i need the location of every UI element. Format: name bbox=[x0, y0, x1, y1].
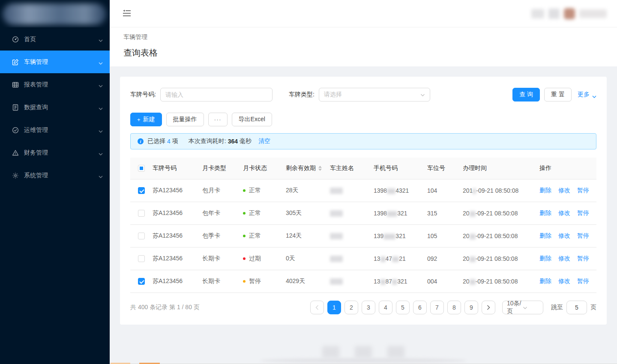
sidebar-item-finance-management[interactable]: 财务管理 bbox=[0, 141, 110, 164]
page-button-5[interactable]: 5 bbox=[396, 301, 410, 314]
page-button-8[interactable]: 8 bbox=[447, 301, 461, 314]
sidebar-item-report-management[interactable]: 报表管理 bbox=[0, 73, 110, 96]
status-dot bbox=[243, 235, 246, 237]
menu-fold-icon[interactable] bbox=[123, 9, 131, 18]
page-button-6[interactable]: 6 bbox=[413, 301, 427, 314]
edit-link[interactable]: 修改 bbox=[558, 255, 570, 262]
table-row: 苏A123456 包季卡 正常 124天 139321 105 20-09-21… bbox=[130, 225, 596, 248]
cell-owner bbox=[326, 202, 370, 225]
col-owner-name[interactable]: 车主姓名 bbox=[326, 158, 370, 179]
plate-number-input[interactable] bbox=[160, 88, 273, 101]
edit-link[interactable]: 修改 bbox=[558, 277, 570, 284]
status-dot bbox=[243, 257, 246, 260]
page-button-9[interactable]: 9 bbox=[464, 301, 478, 314]
col-plate-number[interactable]: 车牌号码 bbox=[149, 158, 199, 179]
export-excel-button[interactable]: 导出Excel bbox=[232, 113, 272, 126]
cell-owner bbox=[326, 179, 370, 202]
page-size-select[interactable]: 10条/页 bbox=[502, 301, 543, 314]
phone-blurred bbox=[380, 279, 386, 285]
col-actions[interactable]: 操作 bbox=[536, 158, 596, 179]
more-link[interactable]: 更多 bbox=[578, 91, 596, 98]
selected-count[interactable]: 4 bbox=[167, 138, 171, 145]
edit-link[interactable]: 修改 bbox=[558, 209, 570, 216]
new-button[interactable]: + 新建 bbox=[130, 113, 162, 126]
reset-button[interactable]: 重 置 bbox=[544, 88, 572, 101]
pause-link[interactable]: 暂停 bbox=[577, 255, 589, 262]
page-button-2[interactable]: 2 bbox=[344, 301, 358, 314]
prev-page-button[interactable] bbox=[310, 301, 324, 314]
more-actions-button[interactable]: ··· bbox=[208, 113, 228, 126]
delete-link[interactable]: 删除 bbox=[539, 187, 551, 194]
row-checkbox[interactable] bbox=[138, 255, 145, 262]
sidebar-item-data-query[interactable]: 数据查询 bbox=[0, 96, 110, 119]
cell-actions: 删除 修改 暂停 bbox=[536, 225, 596, 248]
cell-days: 28天 bbox=[282, 179, 326, 202]
sidebar-item-vehicle-management[interactable]: 车辆管理 bbox=[0, 51, 110, 73]
select-all-checkbox[interactable] bbox=[138, 165, 145, 172]
cell-card-type: 包月卡 bbox=[199, 179, 240, 202]
jump-page-input[interactable] bbox=[566, 301, 587, 314]
sidebar-item-label: 数据查询 bbox=[24, 104, 99, 111]
batch-operation-button[interactable]: 批量操作 bbox=[166, 113, 204, 126]
next-page-button[interactable] bbox=[482, 301, 495, 314]
footer-blurred-band bbox=[261, 358, 466, 363]
date-blurred bbox=[470, 279, 476, 285]
col-process-time[interactable]: 办理时间 bbox=[459, 158, 536, 179]
cell-phone: 134721 bbox=[370, 248, 424, 270]
edit-link[interactable]: 修改 bbox=[558, 187, 570, 194]
col-card-type[interactable]: 月卡类型 bbox=[199, 158, 240, 179]
col-remaining-validity-label: 剩余有效期 bbox=[286, 164, 316, 172]
date-blurred bbox=[470, 257, 476, 262]
cell-actions: 删除 修改 暂停 bbox=[536, 202, 596, 225]
delete-link[interactable]: 删除 bbox=[539, 255, 551, 262]
row-checkbox[interactable] bbox=[138, 187, 145, 194]
row-checkbox[interactable] bbox=[138, 233, 145, 239]
pagination-total: 共 400 条记录 第 1 / 80 页 bbox=[130, 304, 200, 311]
cell-date: 201-09-21 08:50:08 bbox=[459, 179, 536, 202]
pause-link[interactable]: 暂停 bbox=[577, 209, 589, 216]
row-checkbox[interactable] bbox=[138, 210, 145, 217]
page-button-1[interactable]: 1 bbox=[327, 301, 341, 314]
chevron-down-icon bbox=[99, 128, 103, 132]
user-area[interactable] bbox=[531, 8, 607, 19]
selected-suffix: 项 bbox=[172, 137, 178, 145]
sort-icon[interactable] bbox=[318, 166, 322, 171]
col-card-status[interactable]: 月卡状态 bbox=[240, 158, 282, 179]
avatar[interactable] bbox=[564, 8, 575, 19]
sidebar-item-ops-management[interactable]: 运维管理 bbox=[0, 119, 110, 141]
vehicle-table: 车牌号码 月卡类型 月卡状态 剩余有效期 车主姓名 手机号码 车位号 办理时间 … bbox=[130, 158, 596, 293]
cell-status: 正常 bbox=[240, 225, 282, 248]
footer-blurred-text bbox=[110, 346, 617, 358]
cell-days: 0天 bbox=[282, 248, 326, 270]
query-button[interactable]: 查 询 bbox=[512, 88, 540, 101]
cell-date: 20-09-21 08:50:08 bbox=[459, 202, 536, 225]
search-form: 车牌号码: 车牌类型: 请选择 查 询 重 置 更多 bbox=[130, 88, 596, 101]
phone-blurred bbox=[387, 211, 397, 217]
col-remaining-validity[interactable]: 剩余有效期 bbox=[282, 158, 326, 179]
col-phone-number[interactable]: 手机号码 bbox=[370, 158, 424, 179]
pause-link[interactable]: 暂停 bbox=[577, 232, 589, 239]
page-button-3[interactable]: 3 bbox=[362, 301, 375, 314]
delete-link[interactable]: 删除 bbox=[539, 277, 551, 284]
delete-link[interactable]: 删除 bbox=[539, 209, 551, 216]
cell-phone: 139321 bbox=[370, 225, 424, 248]
clear-selection-link[interactable]: 清空 bbox=[258, 137, 270, 145]
owner-name-blurred bbox=[330, 233, 343, 239]
plate-type-select[interactable]: 请选择 bbox=[319, 88, 430, 101]
row-checkbox[interactable] bbox=[138, 278, 145, 285]
delete-link[interactable]: 删除 bbox=[539, 232, 551, 239]
edit-link[interactable]: 修改 bbox=[558, 232, 570, 239]
col-parking-spot[interactable]: 车位号 bbox=[424, 158, 459, 179]
sidebar-item-system-management[interactable]: 系统管理 bbox=[0, 164, 110, 187]
status-dot bbox=[243, 212, 246, 215]
sidebar-item-home[interactable]: 首页 bbox=[0, 28, 110, 51]
page-button-4[interactable]: 4 bbox=[379, 301, 392, 314]
pause-link[interactable]: 暂停 bbox=[577, 187, 589, 194]
app-logo[interactable] bbox=[0, 0, 110, 27]
header-blurred-text bbox=[548, 9, 560, 19]
breadcrumb[interactable]: 车辆管理 bbox=[123, 33, 603, 41]
pause-link[interactable]: 暂停 bbox=[577, 277, 589, 284]
page-button-7[interactable]: 7 bbox=[430, 301, 444, 314]
more-label: 更多 bbox=[578, 91, 590, 98]
cell-card-type: 长期卡 bbox=[199, 270, 240, 293]
